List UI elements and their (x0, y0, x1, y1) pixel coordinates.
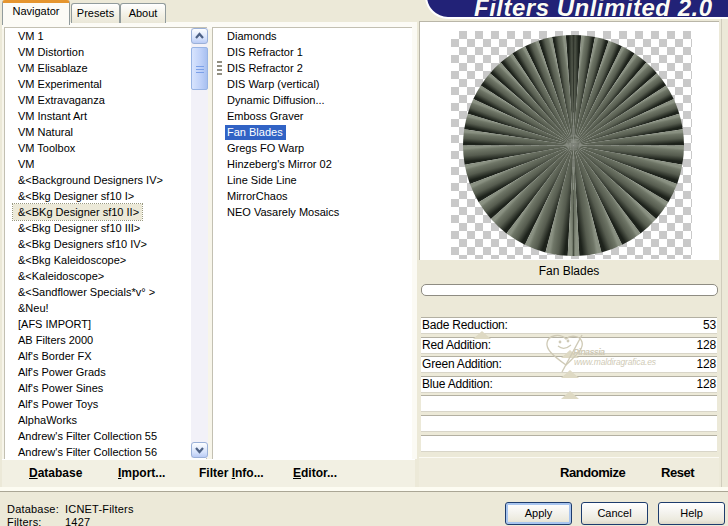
svg-text:Filters Unlimited 2.0: Filters Unlimited 2.0 (474, 0, 713, 20)
svg-text:www.maldiragrafica.es: www.maldiragrafica.es (574, 357, 657, 367)
svg-text:Pinassia: Pinassia (573, 347, 605, 357)
